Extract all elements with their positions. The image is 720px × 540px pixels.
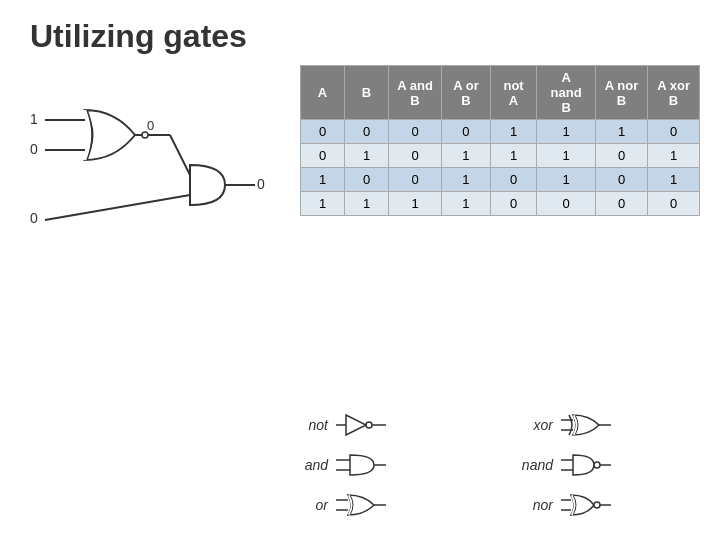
svg-text:0: 0 xyxy=(147,118,154,133)
table-row: 11110000 xyxy=(301,192,700,216)
table-cell: 0 xyxy=(648,192,700,216)
legend-not: not xyxy=(290,410,485,440)
table-cell: 1 xyxy=(648,168,700,192)
svg-text:0: 0 xyxy=(30,141,38,157)
table-cell: 0 xyxy=(490,168,536,192)
table-cell: 1 xyxy=(537,120,596,144)
legend-or: or xyxy=(290,490,485,520)
table-cell: 0 xyxy=(595,144,647,168)
table-row: 00001110 xyxy=(301,120,700,144)
table-header: A xor B xyxy=(648,66,700,120)
table-cell: 1 xyxy=(442,192,491,216)
svg-text:0: 0 xyxy=(30,210,38,226)
table-cell: 1 xyxy=(345,144,389,168)
table-cell: 0 xyxy=(595,192,647,216)
table-cell: 0 xyxy=(537,192,596,216)
table-cell: 1 xyxy=(442,144,491,168)
table-cell: 1 xyxy=(648,144,700,168)
legend-nand: nand xyxy=(515,450,710,480)
table-cell: 1 xyxy=(490,144,536,168)
legend-nor: nor xyxy=(515,490,710,520)
table-cell: 0 xyxy=(595,168,647,192)
table-cell: 1 xyxy=(301,192,345,216)
table-header: A xyxy=(301,66,345,120)
svg-point-24 xyxy=(594,462,600,468)
table-cell: 0 xyxy=(345,120,389,144)
svg-line-8 xyxy=(45,195,190,220)
truth-table: ABA and BA or Bnot AA nand BA nor BA xor… xyxy=(300,65,700,365)
table-cell: 0 xyxy=(389,168,442,192)
page-title: Utilizing gates xyxy=(0,0,720,65)
table-cell: 0 xyxy=(389,144,442,168)
table-cell: 1 xyxy=(537,168,596,192)
svg-line-7 xyxy=(170,135,190,175)
table-cell: 1 xyxy=(490,120,536,144)
table-header: A nor B xyxy=(595,66,647,120)
table-cell: 0 xyxy=(442,120,491,144)
table-header: A or B xyxy=(442,66,491,120)
legend-and: and xyxy=(290,450,485,480)
svg-text:1: 1 xyxy=(30,111,38,127)
table-header: not A xyxy=(490,66,536,120)
table-header: A and B xyxy=(389,66,442,120)
svg-text:0: 0 xyxy=(257,176,265,192)
table-cell: 0 xyxy=(648,120,700,144)
table-row: 10010101 xyxy=(301,168,700,192)
svg-marker-13 xyxy=(346,415,366,435)
table-row: 01011101 xyxy=(301,144,700,168)
table-cell: 1 xyxy=(389,192,442,216)
table-header: A nand B xyxy=(537,66,596,120)
svg-point-31 xyxy=(594,502,600,508)
gate-diagram: 1 0 0 0 0 xyxy=(20,65,290,365)
table-cell: 0 xyxy=(301,120,345,144)
table-cell: 1 xyxy=(345,192,389,216)
svg-point-14 xyxy=(366,422,372,428)
table-cell: 0 xyxy=(301,144,345,168)
table-cell: 1 xyxy=(595,120,647,144)
table-cell: 0 xyxy=(345,168,389,192)
table-cell: 0 xyxy=(490,192,536,216)
table-header: B xyxy=(345,66,389,120)
table-cell: 1 xyxy=(442,168,491,192)
table-cell: 1 xyxy=(301,168,345,192)
table-cell: 1 xyxy=(537,144,596,168)
legend-xor: xor xyxy=(515,410,710,440)
table-cell: 0 xyxy=(389,120,442,144)
